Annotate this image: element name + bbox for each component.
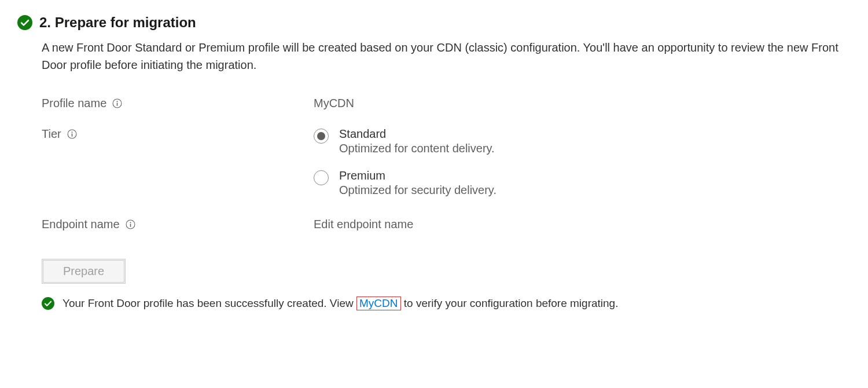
status-message: Your Front Door profile has been success…	[62, 297, 618, 310]
tier-option-premium-text: Premium Optimized for security delivery.	[339, 169, 496, 197]
svg-point-8	[130, 222, 131, 223]
tier-label-text: Tier	[42, 127, 61, 141]
svg-point-10	[42, 297, 54, 310]
profile-name-label-text: Profile name	[42, 97, 106, 110]
tier-option-premium[interactable]: Premium Optimized for security delivery.	[314, 169, 496, 197]
prepare-button[interactable]: Prepare	[42, 259, 126, 284]
profile-link[interactable]: MyCDN	[359, 297, 398, 309]
tier-radio-group: Standard Optimized for content delivery.…	[314, 127, 496, 197]
tier-option-standard-text: Standard Optimized for content delivery.	[339, 127, 495, 155]
info-icon[interactable]	[126, 219, 135, 229]
endpoint-name-row: Endpoint name Edit endpoint name	[42, 218, 851, 231]
radio-description: Optimized for security delivery.	[339, 184, 496, 197]
svg-point-2	[117, 101, 118, 102]
radio-button-selected-icon	[314, 129, 329, 144]
status-prefix: Your Front Door profile has been success…	[62, 297, 356, 309]
endpoint-name-label-text: Endpoint name	[42, 218, 120, 231]
info-icon[interactable]	[67, 129, 77, 139]
highlight-box: MyCDN	[356, 297, 401, 310]
info-icon[interactable]	[112, 98, 122, 108]
radio-button-unselected-icon	[314, 170, 329, 185]
endpoint-name-label: Endpoint name	[42, 218, 314, 231]
profile-name-label: Profile name	[42, 97, 314, 110]
section-description: A new Front Door Standard or Premium pro…	[42, 39, 851, 74]
svg-rect-9	[130, 224, 130, 226]
profile-name-row: Profile name MyCDN	[42, 97, 851, 110]
radio-label: Standard	[339, 127, 495, 141]
endpoint-name-value[interactable]: Edit endpoint name	[314, 218, 413, 231]
tier-row: Tier Standard Optimized for content deli…	[42, 127, 851, 197]
radio-label: Premium	[339, 169, 496, 182]
checkmark-icon	[17, 15, 32, 30]
profile-name-value: MyCDN	[314, 97, 354, 110]
tier-option-standard[interactable]: Standard Optimized for content delivery.	[314, 127, 496, 155]
section-header: 2. Prepare for migration	[17, 14, 851, 31]
section-title: 2. Prepare for migration	[39, 14, 196, 31]
checkmark-icon	[42, 297, 54, 310]
radio-description: Optimized for content delivery.	[339, 142, 495, 155]
status-row: Your Front Door profile has been success…	[42, 297, 851, 310]
svg-rect-3	[117, 103, 117, 105]
tier-label: Tier	[42, 127, 314, 141]
svg-point-5	[71, 131, 72, 133]
svg-rect-6	[71, 133, 72, 136]
svg-point-0	[17, 15, 32, 30]
status-suffix: to verify your configuration before migr…	[401, 297, 619, 309]
